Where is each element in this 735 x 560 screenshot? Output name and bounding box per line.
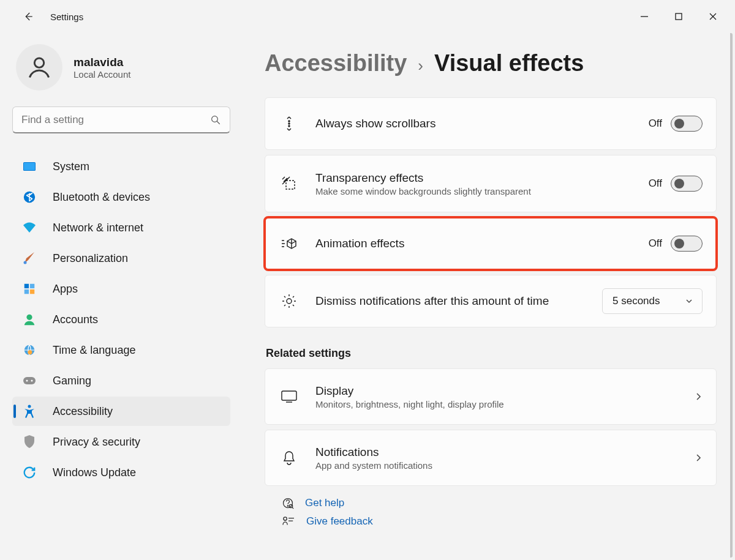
nav-label-bluetooth: Bluetooth & devices [53, 191, 150, 204]
feedback-link[interactable]: Give feedback [265, 513, 717, 531]
update-icon [21, 464, 38, 481]
nav-item-time[interactable]: Time & language [12, 335, 230, 365]
content: Accessibility › Visual effects Always sh… [243, 33, 735, 560]
nav-label-gaming: Gaming [53, 375, 91, 387]
setting-transparency[interactable]: Transparency effects Make some window ba… [265, 155, 717, 212]
related-display[interactable]: Display Monitors, brightness, night ligh… [265, 368, 717, 425]
nav-label-time: Time & language [53, 344, 135, 357]
back-button[interactable] [16, 4, 40, 29]
svg-rect-12 [30, 284, 34, 288]
chevron-right-icon [694, 454, 703, 462]
setting-transparency-toggle[interactable] [671, 176, 703, 192]
svg-rect-13 [24, 289, 29, 294]
nav-item-network[interactable]: Network & internet [12, 213, 230, 242]
setting-dismiss-select[interactable]: 5 seconds [602, 288, 703, 314]
bluetooth-icon [21, 189, 38, 206]
user-block[interactable]: malavida Local Account [16, 44, 230, 91]
globe-icon [21, 342, 38, 359]
nav-item-personalization[interactable]: Personalization [12, 244, 230, 273]
search-input[interactable] [21, 114, 210, 126]
nav-item-gaming[interactable]: Gaming [12, 366, 230, 395]
brightness-icon [279, 293, 300, 309]
nav: System Bluetooth & devices Network & int… [12, 152, 230, 487]
get-help-link[interactable]: Get help [265, 491, 717, 513]
sidebar: malavida Local Account System [0, 33, 243, 560]
setting-scrollbars-toggle[interactable] [671, 116, 703, 132]
system-icon [21, 158, 38, 175]
breadcrumb: Accessibility › Visual effects [265, 50, 717, 77]
svg-point-32 [284, 517, 287, 520]
nav-item-update[interactable]: Windows Update [12, 458, 230, 487]
svg-line-31 [292, 507, 293, 509]
brush-icon [21, 250, 38, 267]
get-help-label: Get help [305, 497, 344, 509]
svg-rect-26 [282, 391, 296, 400]
svg-point-23 [288, 125, 290, 127]
nav-item-accessibility[interactable]: Accessibility [12, 397, 230, 426]
close-button[interactable] [696, 4, 730, 29]
nav-label-system: System [53, 160, 89, 173]
setting-scrollbars[interactable]: Always show scrollbars Off [265, 97, 717, 150]
nav-label-apps: Apps [53, 283, 78, 296]
feedback-label: Give feedback [306, 515, 373, 528]
setting-dismiss[interactable]: Dismiss notifications after this amount … [265, 275, 717, 327]
related-display-title: Display [315, 384, 694, 398]
nav-label-personalization: Personalization [53, 252, 128, 265]
setting-dismiss-value: 5 seconds [612, 295, 660, 307]
search-box[interactable] [12, 106, 230, 133]
setting-animation-state: Off [649, 237, 662, 250]
related-display-sub: Monitors, brightness, night light, displ… [315, 399, 694, 409]
related-notifications-title: Notifications [315, 446, 694, 459]
nav-item-privacy[interactable]: Privacy & security [12, 427, 230, 457]
setting-animation[interactable]: Animation effects Off [265, 217, 717, 270]
svg-rect-17 [23, 377, 36, 384]
maximize-button[interactable] [662, 4, 696, 29]
nav-item-bluetooth[interactable]: Bluetooth & devices [12, 182, 230, 212]
svg-point-29 [287, 506, 288, 506]
breadcrumb-parent[interactable]: Accessibility [265, 50, 407, 77]
svg-rect-11 [24, 284, 29, 288]
nav-label-accessibility: Accessibility [53, 405, 113, 418]
svg-point-21 [288, 123, 290, 124]
titlebar: Settings [0, 0, 735, 33]
help-icon [282, 497, 294, 509]
app-title: Settings [50, 12, 627, 22]
setting-transparency-title: Transparency effects [315, 171, 649, 185]
display-icon [279, 390, 300, 403]
svg-point-18 [26, 380, 28, 382]
svg-point-10 [24, 261, 27, 264]
setting-animation-toggle[interactable] [671, 236, 703, 252]
minimize-button[interactable] [627, 4, 662, 29]
svg-line-6 [217, 121, 220, 124]
avatar [16, 44, 62, 91]
nav-label-privacy: Privacy & security [53, 436, 140, 449]
user-account-type: Local Account [74, 69, 130, 80]
svg-point-20 [28, 405, 31, 408]
apps-icon [21, 280, 38, 297]
setting-transparency-sub: Make some window backgrounds slightly tr… [315, 186, 649, 196]
related-notifications[interactable]: Notifications App and system notificatio… [265, 430, 717, 486]
related-notifications-sub: App and system notifications [315, 460, 694, 471]
nav-label-network: Network & internet [53, 222, 143, 234]
shield-icon [21, 433, 38, 450]
accessibility-icon [21, 403, 38, 420]
setting-animation-title: Animation effects [315, 237, 649, 250]
svg-point-25 [287, 299, 292, 304]
user-name: malavida [74, 56, 130, 69]
nav-item-apps[interactable]: Apps [12, 274, 230, 304]
scrollbar[interactable] [729, 33, 733, 558]
nav-label-accounts: Accounts [53, 313, 98, 326]
setting-scrollbars-title: Always show scrollbars [315, 117, 649, 130]
svg-rect-24 [286, 181, 295, 189]
nav-item-system[interactable]: System [12, 152, 230, 181]
svg-point-22 [288, 121, 290, 122]
page-title: Visual effects [434, 50, 584, 77]
nav-item-accounts[interactable]: Accounts [12, 305, 230, 334]
animation-icon [279, 237, 300, 250]
nav-label-update: Windows Update [53, 466, 136, 479]
scrollbar-icon [279, 116, 300, 132]
svg-point-15 [26, 315, 32, 320]
chevron-right-icon: › [418, 56, 423, 75]
setting-scrollbars-state: Off [649, 118, 662, 130]
wifi-icon [21, 219, 38, 236]
